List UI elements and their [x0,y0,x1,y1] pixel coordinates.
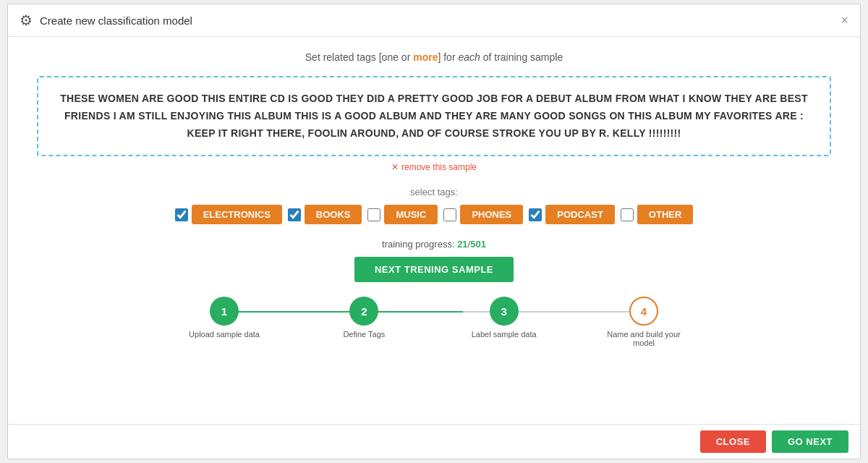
modal-body: Set related tags [one or more] for each … [8,37,860,424]
instruction-more: more [413,51,438,63]
go-next-button[interactable]: GO NEXT [772,430,848,453]
instruction-text: Set related tags [one or more] for each … [305,51,563,63]
tag-label-books[interactable]: BOOKS [305,205,362,224]
tag-label-music[interactable]: MUSIC [384,205,438,224]
tag-label-podcast[interactable]: PODCAST [545,205,615,224]
remove-sample-link[interactable]: ✕ remove this sample [391,162,477,172]
remove-x-icon: ✕ [391,162,399,172]
sample-text-box: THESE WOMEN ARE GOOD THIS ENTIRE CD IS G… [37,76,831,156]
step-3-circle: 3 [490,297,519,326]
step-2-label: Define Tags [343,330,385,339]
step-1-circle: 1 [210,297,239,326]
step-2: 2 Define Tags [320,297,407,347]
tags-row: ELECTRONICS BOOKS MUSIC PHONES PODCAST O… [175,205,694,224]
tag-label-phones[interactable]: PHONES [460,205,523,224]
tag-item-books: BOOKS [288,205,362,224]
modal-title: Create new classification model [40,14,192,27]
tag-checkbox-electronics[interactable] [175,208,188,221]
progress-total: 501 [470,239,486,250]
steps-container: 1 Upload sample data 2 Define Tags 3 Lab… [181,297,687,347]
modal-footer: CLOSE GO NEXT [8,424,860,459]
step-1: 1 Upload sample data [181,297,268,347]
training-progress: training progress: 21/501 [382,239,486,250]
select-tags-label: select tags: [410,187,458,197]
step-4-circle: 4 [629,297,658,326]
tag-item-other: OTHER [621,205,694,224]
instruction-post: ] for [438,51,458,63]
tag-checkbox-books[interactable] [288,208,301,221]
step-3: 3 Label sample data [461,297,548,347]
tag-item-music: MUSIC [367,205,438,224]
tag-label-other[interactable]: OTHER [637,205,694,224]
tag-checkbox-podcast[interactable] [529,208,542,221]
remove-sample-label[interactable]: remove this sample [401,162,477,172]
progress-label: training progress: [382,239,454,250]
instruction-each: each [458,51,480,63]
modal-close-x-button[interactable]: × [841,14,848,27]
steps-items: 1 Upload sample data 2 Define Tags 3 Lab… [181,297,687,347]
next-training-sample-button[interactable]: NEXT TRENING SAMPLE [354,257,514,282]
step-3-label: Label sample data [472,330,537,339]
step-4: 4 Name and build your model [600,297,687,347]
tag-label-electronics[interactable]: ELECTRONICS [192,205,282,224]
sample-text: THESE WOMEN ARE GOOD THIS ENTIRE CD IS G… [56,90,812,142]
close-button[interactable]: CLOSE [700,430,766,453]
progress-current: 21 [457,239,467,250]
step-4-label: Name and build your model [600,330,687,347]
step-2-circle: 2 [349,297,378,326]
gear-icon: ⚙ [20,12,33,29]
tag-checkbox-music[interactable] [367,208,380,221]
create-model-modal: ⚙ Create new classification model × Set … [7,4,861,459]
instruction-end: of training sample [480,51,563,63]
modal-header: ⚙ Create new classification model × [8,4,860,37]
step-1-label: Upload sample data [189,330,260,339]
tag-checkbox-other[interactable] [621,208,634,221]
tag-item-phones: PHONES [443,205,523,224]
tag-item-podcast: PODCAST [529,205,615,224]
instruction-pre: Set related tags [one or [305,51,413,63]
tag-checkbox-phones[interactable] [443,208,456,221]
tag-item-electronics: ELECTRONICS [175,205,282,224]
